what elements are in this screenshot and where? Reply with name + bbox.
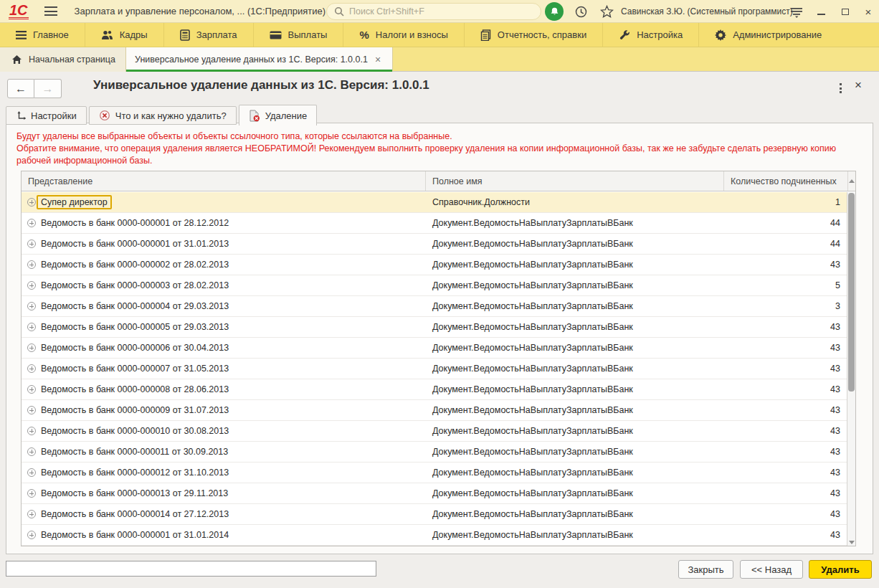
table-row[interactable]: Ведомость в банк 0000-000008 от 28.06.20… [22, 379, 847, 400]
scroll-up-button[interactable] [847, 171, 855, 191]
cell-count[interactable]: 43 [724, 504, 847, 524]
search-input[interactable] [349, 6, 521, 16]
cell-full-name[interactable]: Документ.ВедомостьНаВыплатуЗарплатыВБанк [426, 525, 724, 545]
cell-representation[interactable]: Ведомость в банк 0000-000005 от 29.03.20… [22, 317, 426, 337]
cell-count[interactable]: 44 [724, 213, 847, 233]
expand-plus-icon[interactable] [27, 343, 36, 352]
cell-count[interactable]: 43 [724, 379, 847, 399]
menu-item-administration[interactable]: Администрирование [699, 23, 837, 47]
tab-settings[interactable]: Настройки [6, 106, 87, 125]
menu-item-payments[interactable]: Выплаты [254, 23, 344, 47]
table-row[interactable]: Ведомость в банк 0000-000002 от 28.02.20… [22, 255, 847, 275]
favorites-button[interactable] [597, 0, 617, 23]
table-row[interactable]: Ведомость в банк 0000-000001 от 31.01.20… [22, 234, 847, 255]
cell-full-name[interactable]: Документ.ВедомостьНаВыплатуЗарплатыВБанк [426, 234, 724, 254]
expand-plus-icon[interactable] [27, 364, 36, 373]
table-row[interactable]: Ведомость в банк 0000-000001 от 31.01.20… [22, 525, 847, 546]
table-row[interactable]: Ведомость в банк 0000-000003 от 28.02.20… [22, 275, 847, 296]
progress-field[interactable] [6, 561, 376, 577]
cell-count[interactable]: 43 [724, 483, 847, 503]
close-button[interactable]: Закрыть [678, 560, 733, 579]
cell-count[interactable]: 43 [724, 463, 847, 483]
notifications-button[interactable] [543, 0, 565, 23]
nav-forward-button[interactable]: → [34, 79, 62, 98]
table-row[interactable]: Ведомость в банк 0000-000001 от 28.12.20… [22, 213, 847, 234]
expand-plus-icon[interactable] [27, 406, 36, 414]
table-row[interactable]: Супер директорСправочник.Должности1 [22, 192, 847, 213]
tab-deletion[interactable]: Удаление [239, 105, 318, 125]
cell-representation[interactable]: Ведомость в банк 0000-000004 от 29.03.20… [22, 296, 426, 316]
minimize-button[interactable] [810, 0, 832, 23]
cell-count[interactable]: 5 [724, 275, 847, 295]
column-header-full-name[interactable]: Полное имя [426, 171, 724, 191]
cell-full-name[interactable]: Документ.ВедомостьНаВыплатуЗарплатыВБанк [426, 338, 724, 358]
menu-item-settings[interactable]: Настройка [603, 23, 699, 47]
cell-representation[interactable]: Ведомость в банк 0000-000010 от 30.08.20… [22, 421, 426, 441]
tab-what-to-delete[interactable]: Что и как нужно удалить? [89, 106, 237, 125]
cell-full-name[interactable]: Документ.ВедомостьНаВыплатуЗарплатыВБанк [426, 317, 724, 337]
table-row[interactable]: Ведомость в банк 0000-000010 от 30.08.20… [22, 421, 847, 442]
service-menu-button[interactable] [787, 0, 806, 23]
expand-plus-icon[interactable] [27, 531, 36, 539]
table-row[interactable]: Ведомость в банк 0000-000012 от 31.10.20… [22, 463, 847, 483]
tab-universal-deletion[interactable]: Универсальное удаление данных из 1С. Вер… [126, 47, 393, 72]
table-row[interactable]: Ведомость в банк 0000-000011 от 30.09.20… [22, 442, 847, 463]
expand-plus-icon[interactable] [27, 385, 36, 394]
menu-item-main[interactable]: Главное [9, 23, 85, 47]
delete-button[interactable]: Удалить [809, 560, 872, 579]
cell-full-name[interactable]: Документ.ВедомостьНаВыплатуЗарплатыВБанк [426, 483, 724, 503]
expand-plus-icon[interactable] [27, 260, 36, 269]
expand-plus-icon[interactable] [27, 510, 36, 518]
column-header-representation[interactable]: Представление [22, 171, 426, 191]
cell-representation[interactable]: Ведомость в банк 0000-000012 от 31.10.20… [22, 463, 426, 483]
scroll-down-button[interactable] [848, 541, 855, 544]
history-button[interactable] [571, 0, 591, 23]
table-row[interactable]: Ведомость в банк 0000-000004 от 29.03.20… [22, 296, 847, 317]
cell-count[interactable]: 43 [724, 525, 847, 545]
cell-count[interactable]: 43 [724, 421, 847, 441]
cell-representation[interactable]: Супер директор [22, 192, 426, 212]
form-close-button[interactable]: × [855, 78, 862, 93]
cell-representation[interactable]: Ведомость в банк 0000-000014 от 27.12.20… [22, 504, 426, 524]
cell-full-name[interactable]: Документ.ВедомостьНаВыплатуЗарплатыВБанк [426, 504, 724, 524]
global-search[interactable] [326, 3, 541, 20]
cell-full-name[interactable]: Документ.ВедомостьНаВыплатуЗарплатыВБанк [426, 400, 724, 420]
expand-plus-icon[interactable] [27, 198, 36, 207]
expand-plus-icon[interactable] [27, 302, 36, 310]
cell-representation[interactable]: Ведомость в банк 0000-000007 от 31.05.20… [22, 359, 426, 379]
cell-representation[interactable]: Ведомость в банк 0000-000001 от 31.01.20… [22, 525, 426, 545]
expand-plus-icon[interactable] [27, 240, 36, 248]
cell-full-name[interactable]: Документ.ВедомостьНаВыплатуЗарплатыВБанк [426, 213, 724, 233]
expand-plus-icon[interactable] [27, 447, 36, 456]
cell-representation[interactable]: Ведомость в банк 0000-000013 от 29.11.20… [22, 483, 426, 503]
close-window-button[interactable]: × [859, 0, 878, 23]
cell-representation[interactable]: Ведомость в банк 0000-000003 от 28.02.20… [22, 275, 426, 295]
menu-item-reports[interactable]: Отчетность, справки [465, 23, 603, 47]
more-actions-button[interactable] [835, 82, 846, 95]
cell-full-name[interactable]: Документ.ВедомостьНаВыплатуЗарплатыВБанк [426, 442, 724, 462]
cell-full-name[interactable]: Справочник.Должности [426, 192, 724, 212]
cell-full-name[interactable]: Документ.ВедомостьНаВыплатуЗарплатыВБанк [426, 421, 724, 441]
cell-representation[interactable]: Ведомость в банк 0000-000011 от 30.09.20… [22, 442, 426, 462]
expand-plus-icon[interactable] [27, 427, 36, 435]
main-menu-button[interactable] [44, 6, 57, 16]
expand-plus-icon[interactable] [27, 219, 36, 227]
menu-item-staff[interactable]: Кадры [85, 23, 164, 47]
table-row[interactable]: Ведомость в банк 0000-000014 от 27.12.20… [22, 504, 847, 525]
cell-representation[interactable]: Ведомость в банк 0000-000002 от 28.02.20… [22, 255, 426, 275]
expand-plus-icon[interactable] [27, 489, 36, 498]
cell-count[interactable]: 1 [724, 192, 847, 212]
cell-representation[interactable]: Ведомость в банк 0000-000006 от 30.04.20… [22, 338, 426, 358]
expand-plus-icon[interactable] [27, 323, 36, 331]
expand-plus-icon[interactable] [27, 281, 36, 290]
cell-count[interactable]: 43 [724, 442, 847, 462]
cell-representation[interactable]: Ведомость в банк 0000-000008 от 28.06.20… [22, 379, 426, 399]
cell-count[interactable]: 43 [724, 338, 847, 358]
cell-count[interactable]: 43 [724, 400, 847, 420]
back-button[interactable]: << Назад [740, 560, 803, 579]
cell-representation[interactable]: Ведомость в банк 0000-000001 от 28.12.20… [22, 213, 426, 233]
column-header-count[interactable]: Количество подчиненных [724, 171, 847, 191]
vertical-scrollbar[interactable] [847, 192, 855, 546]
menu-item-taxes[interactable]: % Налоги и взносы [343, 23, 464, 47]
table-row[interactable]: Ведомость в банк 0000-000006 от 30.04.20… [22, 338, 847, 359]
